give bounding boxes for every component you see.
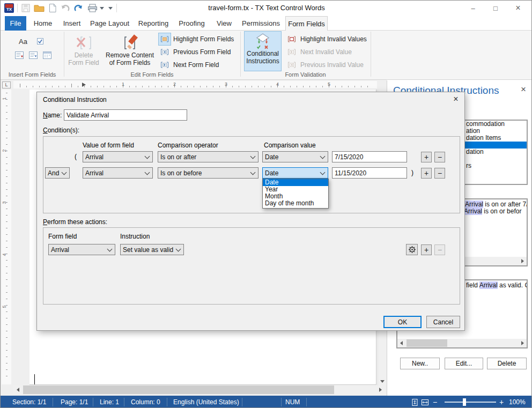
close-paren: ) [411,169,413,176]
cancel-button[interactable]: Cancel [426,316,460,328]
status-bar: Section: 1/1 Page: 1/1 Line: 1 Column: 0… [1,396,532,408]
actions-group-box [43,227,460,305]
previous-form-field-label: Previous Form Field [173,48,231,56]
action-add-button[interactable]: + [421,244,432,255]
group-label-edit-form-fields: Edit Form Fields [64,71,240,78]
delete-form-field-button[interactable]: Delete Form Field [67,32,100,72]
tab-form-fields[interactable]: Form Fields [285,16,328,32]
action-field-select[interactable]: Arrival [48,244,115,255]
tab-permissions[interactable]: Permissions [239,16,283,31]
zoom-out-button[interactable]: − [433,396,437,408]
horizontal-scrollbar[interactable] [13,385,385,394]
tab-view[interactable]: View [212,16,237,31]
row2-value-type-value: Date [265,169,278,177]
panel-close-icon[interactable]: × [518,84,529,95]
drop-down-list-field-button[interactable] [27,49,39,61]
row1-remove-condition-button[interactable]: − [434,152,445,162]
close-button[interactable]: × [510,2,526,14]
zoom-slider-track[interactable] [445,402,496,403]
horizontal-scrollbar-thumb[interactable] [23,385,334,394]
zoom-percentage[interactable]: 100% [509,396,526,408]
chevron-down-icon [320,153,326,159]
preview-scrollbar-thumb[interactable] [407,339,447,347]
chevron-down-icon [250,169,256,175]
previous-invalid-value-button[interactable]: Previous Invalid Value [286,59,364,71]
scroll-down-icon[interactable] [378,377,386,385]
scroll-right-icon[interactable] [519,257,527,265]
next-invalid-value-icon [286,46,298,58]
dropdown-option-day-of-month[interactable]: Day of the month [263,200,328,207]
tab-reporting[interactable]: Reporting [135,16,172,31]
row1-operator-select[interactable]: Is on or after [158,151,258,162]
zoom-slider-thumb[interactable] [463,398,466,406]
row2-remove-condition-button[interactable]: − [434,168,445,179]
row1-value-input[interactable]: 7/15/2020 [332,151,407,162]
status-separator [93,398,93,406]
highlight-form-fields-button[interactable]: Highlight Form Fields [159,33,234,45]
chevron-down-icon [107,246,113,251]
status-line: Line: 1 [100,396,119,408]
action-instruction-select[interactable]: Set value as valid [120,244,184,255]
row1-field-select[interactable]: Arrival [83,151,153,162]
title-bar: TX travel-form.tx - TX Text Control Word… [1,1,532,16]
action-settings-button[interactable] [406,244,418,255]
row2-field-select[interactable]: Arrival [83,167,153,179]
tab-file[interactable]: File [5,16,26,31]
next-form-field-button[interactable]: Next Form Field [159,59,219,71]
row1-value-type-select[interactable]: Date [262,151,328,162]
indent-marker[interactable] [82,83,86,87]
chevron-down-icon [176,246,181,251]
next-form-field-icon [159,59,171,71]
row2-value-type-select[interactable]: Date [262,167,328,179]
action-instruction-value: Set value as valid [123,246,173,254]
action-remove-button[interactable]: − [434,244,445,255]
vertical-ruler[interactable]: 1 2 3 4 5 [2,90,11,384]
text-form-field-button[interactable]: Aa [17,35,29,47]
previous-form-field-button[interactable]: Previous Form Field [159,46,231,58]
tab-page-layout[interactable]: Page Layout [88,16,131,31]
dialog-close-icon[interactable]: × [450,94,462,105]
status-language[interactable]: English (United States) [173,396,239,408]
check-box-field-button[interactable] [34,35,46,47]
zoom-in-button[interactable]: + [499,396,504,408]
edit-button[interactable]: Edit... [445,358,483,369]
gear-icon [408,246,416,254]
next-invalid-value-button[interactable]: Next Invalid Value [286,46,352,58]
new-button[interactable]: New.. [400,358,440,369]
zoom-fit-page-icon[interactable] [411,398,419,406]
highlight-invalid-values-button[interactable]: Highlight Invalid Values [286,33,367,45]
tab-insert[interactable]: Insert [60,16,84,31]
highlighted-field-name: Arrival [464,207,482,215]
scroll-right-icon[interactable] [519,339,527,347]
delete-form-field-label-2: Form Field [68,59,99,66]
name-input[interactable]: Validate Arrival [64,109,187,121]
row2-add-condition-button[interactable]: + [421,168,432,179]
tab-home[interactable]: Home [30,16,56,31]
zoom-fit-width-icon[interactable] [421,398,429,406]
row2-value-input[interactable]: 11/15/2020 [332,167,407,179]
open-paren: ( [75,153,77,160]
horizontal-ruler[interactable]: 1 2 3 4 5 [13,81,377,88]
row1-add-condition-button[interactable]: + [421,152,432,162]
ok-button[interactable]: OK [383,316,422,328]
maximize-button[interactable]: □ [487,2,504,14]
row2-operator-select[interactable]: Is on or before [158,167,258,179]
minimize-button[interactable]: – [465,2,481,14]
scroll-left-icon[interactable] [13,385,22,394]
scroll-right-icon[interactable] [376,385,385,394]
group-separator-2 [240,32,241,77]
tab-proofing[interactable]: Proofing [175,16,208,31]
date-field-button[interactable] [41,49,53,61]
remove-content-label-2: of Form Fields [109,59,151,66]
tab-selector-button[interactable]: L [2,81,11,88]
highlight-invalid-values-label: Highlight Invalid Values [300,35,367,43]
status-separator [53,398,53,406]
conditional-instructions-button[interactable]: Conditional Instructions [245,32,281,71]
row2-conjunction-select[interactable]: And [45,167,70,179]
remove-content-button[interactable]: Remove Content of Form Fields [104,32,156,72]
preview-scrollbar[interactable] [397,339,527,347]
ruler-ticks-vertical [6,93,8,377]
delete-button[interactable]: Delete [487,358,527,369]
scroll-left-icon[interactable] [397,339,405,347]
combo-box-field-button[interactable] [13,49,25,61]
